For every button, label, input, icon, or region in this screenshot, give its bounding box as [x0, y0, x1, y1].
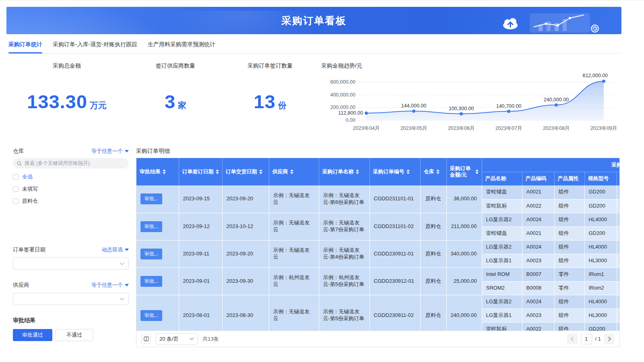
approval-status-button[interactable]: 审批...	[140, 310, 162, 321]
warehouse-cell: 原料仓	[420, 185, 446, 213]
approval-pass-button[interactable]: 审批通过	[13, 329, 52, 341]
product-column-header[interactable]: 规格型号	[584, 172, 617, 185]
warehouse-operator-dropdown[interactable]: 等于任意一个	[91, 148, 129, 155]
sign-date-select[interactable]	[13, 257, 129, 269]
product-attr-cell: 组件	[554, 322, 584, 331]
stat-supplier-count: 签订供应商数量 3家	[127, 62, 224, 139]
checkbox-raw-material-warehouse[interactable]: 原料仓	[13, 197, 129, 205]
page-size-select[interactable]: 20 条/页	[156, 333, 198, 345]
column-header[interactable]: 审批结果	[136, 158, 179, 185]
row-spacer	[617, 309, 619, 322]
checkbox-icon[interactable]	[13, 186, 19, 192]
sign-date-cell: 2023-09-15	[179, 185, 222, 213]
product-spec-cell: IRom2	[584, 281, 617, 295]
table-row: 审批...2023-09-122023-10-12示例：无锡道友云示例：无锡道友…	[136, 213, 619, 226]
tab-material-demand-forecast[interactable]: 生产用料采购需求预测统计	[148, 41, 215, 53]
product-name-cell: LG显示器2	[482, 240, 522, 254]
sort-icon[interactable]	[356, 169, 359, 174]
checkbox-icon[interactable]	[13, 174, 19, 180]
sort-icon[interactable]	[475, 169, 479, 174]
pagination-bar: 20 条/页 共13条 1 / 1	[136, 331, 619, 347]
dashboard-app: 采购订单看板 采购订单统计 采购订单-入库-退货-对账	[6, 7, 621, 347]
sort-icon[interactable]	[163, 169, 166, 174]
approval-status-button[interactable]: 审批...	[140, 193, 162, 204]
product-column-header[interactable]: 产品编码	[522, 172, 554, 185]
total-count-label: 共13条	[202, 335, 219, 343]
column-header[interactable]: 采购订单名称	[319, 158, 369, 185]
product-spec-cell: HL3000	[584, 309, 617, 322]
approval-cell: 审批...	[136, 213, 179, 240]
approval-status-button[interactable]: 审批...	[140, 276, 162, 287]
refresh-icon	[591, 25, 599, 32]
header-spacer	[617, 172, 619, 185]
next-page-button[interactable]	[604, 334, 615, 344]
approval-status-button[interactable]: 审批...	[140, 221, 162, 232]
stat-value: 3	[165, 91, 175, 112]
product-code-cell: A0023	[522, 309, 554, 322]
trend-chart: 采购金额趋势/元 600,000.00400,000.00200,000.000…	[321, 62, 621, 139]
checkbox-icon[interactable]	[13, 198, 19, 204]
amount-cell: 340,000.00	[446, 240, 482, 267]
svg-text:400,000.00: 400,000.00	[330, 92, 355, 98]
column-header[interactable]: 采购订单编号	[369, 158, 420, 185]
column-header[interactable]: 采购订单金额/元	[446, 158, 482, 185]
approval-cell: 审批...	[136, 267, 179, 295]
column-settings-button[interactable]	[141, 334, 151, 344]
product-column-header[interactable]: 产品名称	[482, 172, 522, 185]
stat-value: 133.30	[27, 91, 87, 112]
current-page-box[interactable]: 1	[581, 334, 592, 344]
table-title: 采购订单明细	[136, 148, 621, 155]
order-table-scroll[interactable]: 审批结果订单签订日期订单交货日期供应商采购订单名称采购订单编号仓库采购订单金额/…	[136, 158, 619, 331]
sort-icon[interactable]	[407, 169, 410, 174]
svg-text:600,000.00: 600,000.00	[330, 79, 355, 85]
sort-icon[interactable]	[216, 169, 219, 174]
stat-label: 签订供应商数量	[127, 62, 224, 70]
supplier-filter-label: 供应商	[13, 282, 29, 289]
order-no-cell: CGDD231101-01	[369, 185, 420, 213]
product-column-header[interactable]: 产品属性	[554, 172, 584, 185]
stat-unit: 份	[278, 101, 287, 110]
table-row: 审批...2023-09-112023-09-20示例：无锡道友云示例：无锡道友…	[136, 240, 619, 254]
header-illustration	[502, 9, 602, 34]
sign-date-cell: 2023-09-01	[179, 267, 222, 295]
checkbox-select-all[interactable]: 全选	[13, 173, 129, 181]
supplier-operator-dropdown[interactable]: 等于任意一个	[91, 282, 129, 289]
column-header[interactable]: 仓库	[420, 158, 446, 185]
amount-cell: 25,000.00	[446, 267, 482, 295]
search-input[interactable]	[25, 160, 125, 166]
product-name-cell: LG显示器1	[482, 254, 522, 267]
sign-date-operator-dropdown[interactable]: 动态筛选	[102, 246, 129, 253]
order-name-cell: 示例：无锡道友云-第5份采购订单	[319, 295, 369, 331]
product-spec-cell: HL4000	[584, 240, 617, 254]
product-name-cell: LG显示器2	[482, 213, 522, 226]
tab-inbound-return-tracking[interactable]: 采购订单-入库-退货-对账执行跟踪	[53, 41, 137, 53]
table-row: 审批...2023-09-012023-09-30示例：杭州道友云示例：杭州道友…	[136, 267, 619, 281]
column-header[interactable]: 供应商	[269, 158, 319, 185]
cloud-upload-icon	[503, 18, 518, 29]
column-header[interactable]: 订单签订日期	[179, 158, 222, 185]
product-code-cell: A0024	[522, 295, 554, 309]
product-spec-cell: GD200	[584, 199, 617, 213]
checkbox-unfilled[interactable]: 未填写	[13, 185, 129, 193]
approval-fail-button[interactable]: 不通过	[56, 329, 93, 341]
product-name-cell: LG显示器1	[482, 309, 522, 322]
supplier-select[interactable]	[13, 293, 129, 305]
delivery-date-cell: 2023-08-30	[222, 295, 269, 331]
product-code-cell: A0021	[522, 185, 554, 199]
table-row: 审批...2023-08-012023-08-30示例：无锡道友云示例：无锡道友…	[136, 295, 619, 309]
sort-icon[interactable]	[259, 169, 262, 174]
sort-icon[interactable]	[436, 169, 440, 174]
product-attr-cell: 组件	[554, 213, 584, 226]
approval-cell: 审批...	[136, 185, 179, 213]
product-attr-cell: 组件	[554, 226, 584, 240]
approval-status-button[interactable]: 审批...	[140, 249, 162, 259]
product-attr-cell: 零件	[554, 281, 584, 295]
pager: 1 / 1	[567, 334, 615, 344]
product-name-cell: SROM2	[482, 281, 522, 295]
supplier-cell: 示例：无锡道友云	[269, 185, 319, 213]
tab-purchase-order-stats[interactable]: 采购订单统计	[8, 41, 42, 53]
sort-icon[interactable]	[290, 169, 293, 174]
product-name-cell: Intel ROM	[482, 267, 522, 281]
prev-page-button[interactable]	[567, 334, 578, 344]
column-header[interactable]: 订单交货日期	[222, 158, 269, 185]
